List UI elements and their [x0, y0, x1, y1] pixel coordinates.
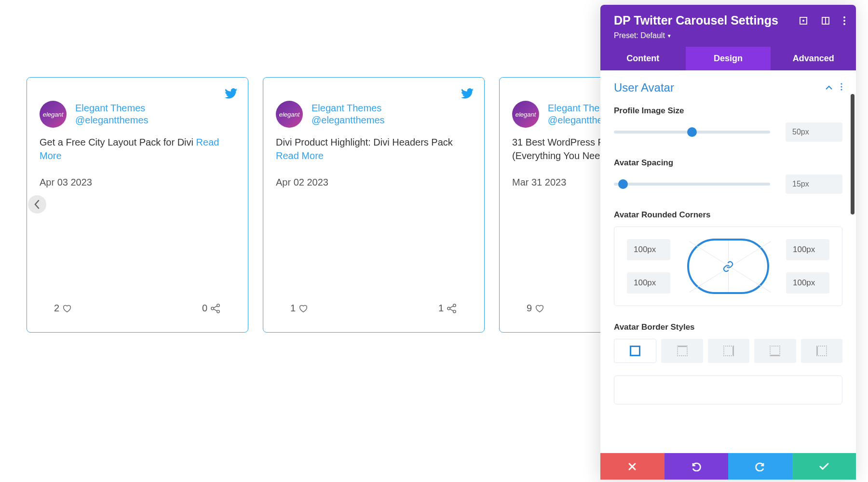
user-handle-link[interactable]: @elegantthemes: [75, 115, 149, 126]
corner-bl-input[interactable]: 100px: [627, 272, 670, 294]
likes-stat[interactable]: 1: [290, 303, 308, 314]
svg-point-14: [841, 86, 842, 87]
carousel-prev-button[interactable]: [28, 195, 46, 214]
control-label: Profile Image Size: [614, 106, 842, 116]
link-corners-toggle[interactable]: [687, 239, 769, 294]
panel-tabs: Content Design Advanced: [600, 47, 856, 70]
tweet-text: Divi Product Highlight: Divi Headers Pac…: [276, 135, 472, 162]
svg-point-15: [841, 89, 842, 90]
expand-icon[interactable]: [799, 16, 808, 25]
read-more-link[interactable]: Read More: [276, 150, 324, 161]
svg-point-12: [843, 23, 845, 25]
settings-panel: DP Twitter Carousel Settings Preset: Def…: [600, 5, 856, 480]
collapse-icon[interactable]: [825, 83, 833, 92]
save-button[interactable]: [792, 453, 856, 480]
panel-title: DP Twitter Carousel Settings: [614, 13, 778, 27]
svg-point-10: [843, 16, 845, 18]
shares-stat[interactable]: 1: [438, 303, 457, 314]
border-style-top[interactable]: [661, 339, 703, 363]
tab-advanced[interactable]: Advanced: [771, 47, 856, 70]
section-title[interactable]: User Avatar: [614, 81, 674, 94]
profile-image-size-value[interactable]: 50px: [786, 122, 842, 142]
svg-point-2: [217, 310, 219, 312]
border-style-left[interactable]: [801, 339, 842, 363]
avatar-spacing-control: Avatar Spacing 15px: [614, 158, 842, 194]
user-name-link[interactable]: Elegant Themes: [75, 103, 149, 114]
tweet-card: elegant Elegant Themes @elegantthemes Ge…: [27, 77, 248, 333]
shares-stat[interactable]: 0: [202, 303, 221, 314]
undo-button[interactable]: [665, 453, 729, 480]
control-label: Avatar Border Styles: [614, 322, 842, 332]
panel-body: User Avatar Profile Image Size 50px Avat…: [600, 70, 856, 453]
control-label: Avatar Spacing: [614, 158, 842, 168]
cancel-button[interactable]: [600, 453, 665, 480]
svg-point-13: [841, 83, 842, 84]
share-icon: [210, 304, 221, 313]
heart-icon: [62, 304, 72, 313]
user-handle-link[interactable]: @elegantthemes: [312, 115, 385, 126]
svg-point-0: [217, 304, 219, 306]
heart-icon: [535, 304, 544, 313]
likes-stat[interactable]: 2: [54, 303, 72, 314]
border-style-bottom[interactable]: [754, 339, 796, 363]
border-options-box: [614, 375, 842, 404]
svg-point-1: [211, 307, 214, 309]
svg-point-7: [802, 20, 804, 22]
tweet-date: Apr 02 2023: [276, 177, 472, 188]
corner-tl-input[interactable]: 100px: [627, 239, 670, 260]
twitter-icon: [461, 88, 474, 101]
likes-stat[interactable]: 9: [527, 303, 544, 314]
avatar: elegant: [40, 101, 67, 128]
border-style-solid[interactable]: [614, 339, 656, 363]
tweet-card: elegant Elegant Themes @elegantthemes Di…: [263, 77, 485, 333]
section-more-icon[interactable]: [841, 83, 842, 93]
corner-tr-input[interactable]: 100px: [786, 239, 829, 260]
control-label: Avatar Rounded Corners: [614, 210, 842, 220]
panel-header: DP Twitter Carousel Settings Preset: Def…: [600, 5, 856, 47]
user-name-link[interactable]: Elegant Themes: [312, 103, 385, 114]
more-icon[interactable]: [843, 16, 845, 25]
preset-dropdown[interactable]: Preset: Default▼: [614, 31, 845, 40]
twitter-icon: [225, 88, 237, 101]
profile-image-size-control: Profile Image Size 50px: [614, 106, 842, 142]
tab-design[interactable]: Design: [686, 47, 771, 70]
columns-icon[interactable]: [821, 16, 830, 25]
border-style-right[interactable]: [708, 339, 749, 363]
avatar-spacing-value[interactable]: 15px: [786, 174, 842, 194]
panel-footer: [600, 453, 856, 480]
redo-button[interactable]: [728, 453, 792, 480]
svg-point-4: [448, 307, 450, 309]
tweet-date: Apr 03 2023: [40, 177, 235, 188]
rounded-corners-control: Avatar Rounded Corners 100px 100px 100px…: [614, 210, 842, 306]
tweet-text: Get a Free City Layout Pack for Divi Rea…: [40, 135, 235, 162]
svg-point-5: [453, 310, 456, 312]
tab-content[interactable]: Content: [600, 47, 686, 70]
share-icon: [447, 304, 457, 313]
corner-br-input[interactable]: 100px: [786, 272, 829, 294]
border-styles-control: Avatar Border Styles: [614, 322, 842, 404]
svg-point-3: [453, 304, 456, 306]
svg-point-11: [843, 20, 845, 22]
avatar-spacing-slider[interactable]: [614, 183, 770, 186]
avatar: elegant: [512, 101, 539, 128]
profile-image-size-slider[interactable]: [614, 131, 770, 134]
avatar: elegant: [276, 101, 303, 128]
scrollbar[interactable]: [851, 94, 854, 214]
heart-icon: [298, 304, 308, 313]
